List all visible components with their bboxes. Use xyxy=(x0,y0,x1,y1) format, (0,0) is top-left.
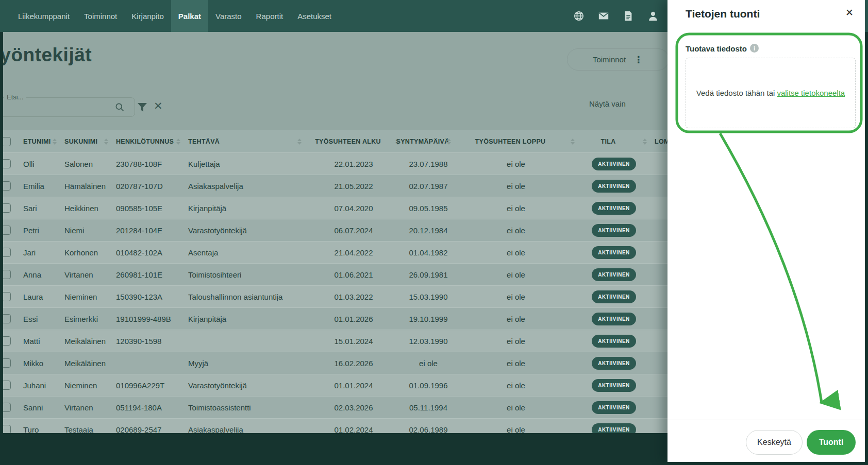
cell-tyosuhteen_loppu: ei ole xyxy=(454,381,578,390)
row-checkbox[interactable] xyxy=(3,358,11,368)
table-row[interactable]: OlliSalonen230788-108FKuljettaja22.01.20… xyxy=(3,152,667,175)
cell-sukunimi: Korhonen xyxy=(60,248,111,257)
row-checkbox[interactable] xyxy=(3,270,11,279)
nav-tab-liikekumppanit[interactable]: Liikekumppanit xyxy=(11,0,77,32)
cell-henkilotunnus: 051194-180A xyxy=(111,403,183,412)
nav-tab-varasto[interactable]: Varasto xyxy=(208,0,249,32)
user-icon[interactable] xyxy=(647,10,659,22)
table-row[interactable]: EmiliaHämäläinen020787-107DAsiakaspalvel… xyxy=(3,175,667,197)
info-icon[interactable]: i xyxy=(750,44,759,53)
row-checkbox[interactable] xyxy=(3,181,11,191)
sort-icon[interactable] xyxy=(447,139,451,145)
column-header-label: TILA xyxy=(601,138,616,145)
cell-tehtava: Kirjanpitäjä xyxy=(183,204,305,213)
panel-title: Tietojen tuonti xyxy=(686,8,760,20)
table-row[interactable]: SariHeikkinen090585-105EKirjanpitäjä07.0… xyxy=(3,197,667,219)
column-header-tila[interactable]: TILA xyxy=(578,130,650,152)
cell-tehtava: Toimistoassistentti xyxy=(183,403,305,412)
cell-tyosuhteen_loppu: ei ole xyxy=(454,292,578,301)
column-header-syntymapaiva[interactable]: SYNTYMÄPÄIVÄ xyxy=(403,130,454,152)
cell-tyosuhteen_loppu: ei ole xyxy=(454,182,578,191)
globe-icon[interactable] xyxy=(573,10,585,22)
cell-sukunimi: Virtanen xyxy=(60,403,111,412)
row-checkbox[interactable] xyxy=(3,403,11,412)
cell-henkilotunnus: 201284-104E xyxy=(111,226,183,235)
table-row[interactable]: MikkoMeikäläinenMyyjä16.02.2026ei oleei … xyxy=(3,352,667,374)
cell-tyosuhteen_alku: 01.01.2024 xyxy=(305,381,403,390)
column-header-sukunimi[interactable]: SUKUNIMI xyxy=(60,130,111,152)
cell-henkilotunnus: 120390-1598 xyxy=(111,337,183,346)
nav-tab-raportit[interactable]: Raportit xyxy=(249,0,291,32)
cell-etunimi: Jari xyxy=(19,248,60,257)
actions-button-label: Toiminnot xyxy=(593,55,626,64)
cell-tyosuhteen_alku: 16.02.2026 xyxy=(305,359,403,368)
column-header-tehtava[interactable]: TEHTÄVÄ xyxy=(183,130,305,152)
column-header-tyosuhteen_alku[interactable]: TYÖSUHTEEN ALKU xyxy=(305,130,403,152)
cell-tyosuhteen_loppu: ei ole xyxy=(454,403,578,412)
sort-icon[interactable] xyxy=(176,139,180,145)
sort-icon[interactable] xyxy=(571,139,575,145)
column-header-loma[interactable]: LOMA xyxy=(650,130,667,152)
table-row[interactable]: EssiEsimerkki19101999-489BKirjanpitäjä01… xyxy=(3,307,667,330)
table-row[interactable]: LauraNieminen150390-123ATaloushallinnon … xyxy=(3,285,667,307)
cancel-button[interactable]: Keskeytä xyxy=(746,430,803,455)
cell-syntymapaiva: 02.07.1987 xyxy=(403,182,454,191)
mail-icon[interactable] xyxy=(598,10,609,22)
table-row[interactable]: AnnaVirtanen260981-101EToimistosihteeri0… xyxy=(3,263,667,285)
actions-button[interactable]: Toiminnot ⋮ xyxy=(567,48,667,71)
close-icon[interactable]: ✕ xyxy=(845,8,854,18)
search-icon[interactable] xyxy=(114,102,125,112)
sort-icon[interactable] xyxy=(104,139,108,145)
sort-icon[interactable] xyxy=(297,139,302,145)
choose-file-link[interactable]: valitse tietokoneelta xyxy=(777,89,845,97)
row-checkbox[interactable] xyxy=(3,381,11,390)
row-checkbox[interactable] xyxy=(3,336,11,346)
column-header-tyosuhteen_loppu[interactable]: TYÖSUHTEEN LOPPU xyxy=(454,130,578,152)
cell-syntymapaiva: 12.03.1990 xyxy=(403,337,454,346)
table-row[interactable]: JuhaniNieminen010996A229TVarastotyönteki… xyxy=(3,374,667,396)
cell-tehtava: Myyjä xyxy=(183,359,305,368)
cell-henkilotunnus: 010482-102A xyxy=(111,248,183,257)
column-header-henkilotunnus[interactable]: HENKILÖTUNNUS xyxy=(111,130,183,152)
table-row[interactable]: SanniVirtanen051194-180AToimistoassisten… xyxy=(3,396,667,418)
nav-tab-toiminnot[interactable]: Toiminnot xyxy=(77,0,124,32)
row-checkbox[interactable] xyxy=(3,203,11,213)
cell-tila: AKTIIVINEN xyxy=(578,401,650,414)
sort-icon[interactable] xyxy=(643,139,647,145)
document-icon[interactable] xyxy=(623,10,634,22)
cell-henkilotunnus: 020787-107D xyxy=(111,182,183,191)
nav-tab-asetukset[interactable]: Asetukset xyxy=(290,0,339,32)
table-row[interactable]: MattiMeikäläinen120390-159815.01.202412.… xyxy=(3,330,667,352)
sort-icon[interactable] xyxy=(53,139,57,145)
cell-tyosuhteen_loppu: ei ole xyxy=(454,315,578,323)
row-checkbox[interactable] xyxy=(3,226,11,235)
table-row[interactable]: PetriNiemi201284-104EVarastotyöntekijä06… xyxy=(3,219,667,241)
clear-filters-icon[interactable]: ✕ xyxy=(154,100,163,111)
cell-tila: AKTIIVINEN xyxy=(578,180,650,193)
row-checkbox[interactable] xyxy=(3,248,11,257)
cell-syntymapaiva: 02.06.1989 xyxy=(403,425,454,434)
row-checkbox[interactable] xyxy=(3,159,11,168)
nav-tab-kirjanpito[interactable]: Kirjanpito xyxy=(124,0,171,32)
file-dropzone[interactable]: Vedä tiedosto tähän taivalitse tietokone… xyxy=(686,58,856,128)
cell-tila: AKTIIVINEN xyxy=(578,423,650,434)
cell-tyosuhteen_alku: 01.02.2024 xyxy=(305,425,403,434)
cell-henkilotunnus: 19101999-489B xyxy=(111,315,183,323)
row-checkbox[interactable] xyxy=(3,314,11,323)
cell-henkilotunnus: 150390-123A xyxy=(111,292,183,301)
row-checkbox[interactable] xyxy=(3,425,11,433)
select-all-checkbox[interactable] xyxy=(3,137,11,146)
row-checkbox[interactable] xyxy=(3,292,11,301)
cell-tila: AKTIIVINEN xyxy=(578,313,650,325)
filter-icon[interactable] xyxy=(137,102,147,112)
cell-tila: AKTIIVINEN xyxy=(578,335,650,348)
cell-tila: AKTIIVINEN xyxy=(578,202,650,215)
table-row[interactable]: JariKorhonen010482-102AAsentaja21.04.202… xyxy=(3,241,667,263)
nav-tab-palkat[interactable]: Palkat xyxy=(171,0,208,32)
submit-button[interactable]: Tuonti xyxy=(807,430,856,455)
column-header-etunimi[interactable]: ETUNIMI xyxy=(19,130,60,152)
cell-tehtava: Asentaja xyxy=(183,248,305,257)
cell-sukunimi: Meikäläinen xyxy=(60,359,111,368)
cell-tila: AKTIIVINEN xyxy=(578,357,650,370)
table-row[interactable]: TuroTestaaja020689-2547Asiakaspalvelija0… xyxy=(3,418,667,433)
